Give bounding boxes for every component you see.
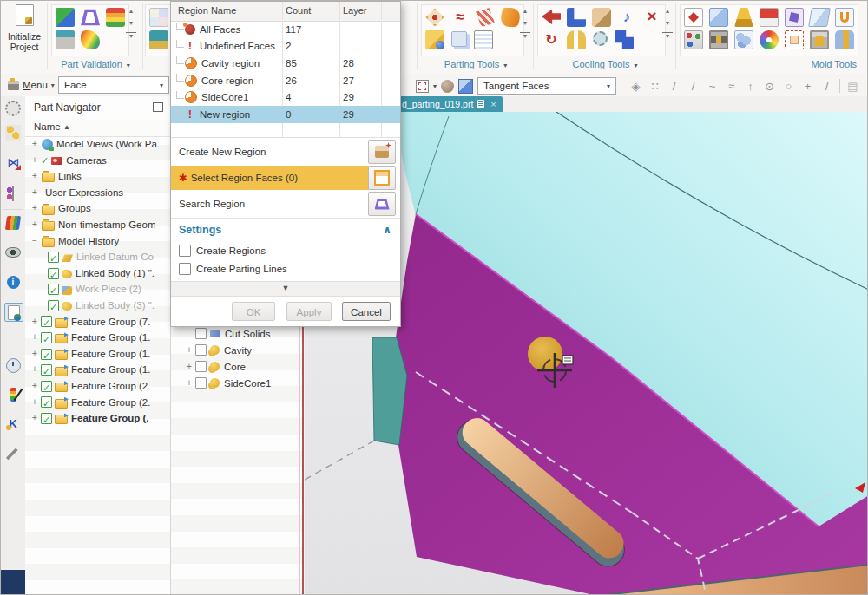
region-row[interactable]: Undefined Faces2 <box>171 38 400 56</box>
notes-doc-icon[interactable] <box>4 303 23 322</box>
checkbox-checked[interactable] <box>48 284 59 295</box>
touched-faces-icon[interactable] <box>56 8 75 27</box>
expand-icon[interactable]: + <box>30 217 39 233</box>
guide-curves-icon[interactable] <box>450 8 470 27</box>
gallery-scroll-buttons[interactable]: ▴▾▾ <box>520 8 530 40</box>
tree-item[interactable]: +Feature Group (1. <box>25 362 170 378</box>
face-rule-combo[interactable]: Tangent Faces ▾ <box>477 77 616 95</box>
snap-scatter-icon[interactable] <box>647 78 663 95</box>
frame-select-icon[interactable] <box>785 30 804 49</box>
ok-button[interactable]: OK <box>232 302 275 321</box>
rainbow-model-icon[interactable] <box>81 30 100 49</box>
part-file-tab[interactable]: d_parting_019.prt × <box>396 96 503 112</box>
checkbox-checked[interactable] <box>41 332 52 343</box>
snap-face-b-icon[interactable] <box>864 78 868 95</box>
checkbox-checked[interactable] <box>41 364 52 376</box>
snap-wave-icon[interactable] <box>723 78 740 95</box>
tree-item[interactable]: +User Expressions <box>25 185 170 201</box>
tree-item[interactable]: Work Piece (2) <box>25 281 170 298</box>
utility-tools-icon[interactable] <box>4 445 22 462</box>
name-column-header[interactable]: Name ▲ <box>25 119 170 137</box>
tree-item[interactable]: +Groups <box>25 200 170 217</box>
pattern-check-icon[interactable] <box>149 8 168 27</box>
expand-icon[interactable]: + <box>30 395 39 411</box>
undock-panel-icon[interactable] <box>153 102 163 112</box>
snap-point-on-curve-icon[interactable] <box>742 78 759 95</box>
snap-circle-point-icon[interactable] <box>780 78 797 95</box>
history-clock-icon[interactable] <box>4 356 22 374</box>
trim-box-icon[interactable] <box>684 8 703 27</box>
snap-slash-a-icon[interactable] <box>666 78 682 95</box>
region-row[interactable]: SideCore1429 <box>171 88 400 106</box>
expand-icon[interactable]: + <box>30 378 39 395</box>
settings-gear-icon[interactable] <box>4 100 22 117</box>
snap-face-a-icon[interactable] <box>845 78 861 95</box>
tree-item[interactable]: +Feature Group (7. <box>25 314 170 330</box>
tree-item[interactable]: +Feature Group (2. <box>25 395 170 411</box>
snap-plus-icon[interactable] <box>799 78 816 95</box>
create-regions-checkbox-row[interactable]: Create Regions <box>179 242 266 259</box>
cooling-circuit-icon[interactable] <box>542 30 561 49</box>
selection-scope-icon[interactable] <box>416 80 429 93</box>
color-stack-icon[interactable] <box>106 8 125 27</box>
gallery-scroll-buttons[interactable]: ▴▾▾ <box>662 8 673 40</box>
dialog-collapse-strip[interactable]: ▼ <box>171 281 400 297</box>
structure-linker-icon[interactable] <box>684 30 703 49</box>
assembly-tree-item[interactable]: +Core <box>171 358 302 375</box>
cooling-standard-icon[interactable] <box>567 8 586 27</box>
expand-icon[interactable]: + <box>185 362 194 371</box>
mold-base-icon[interactable] <box>709 30 728 49</box>
tree-item[interactable]: +✓Cameras <box>25 153 170 169</box>
group-label-part-validation[interactable]: Part Validation▾ <box>49 59 141 69</box>
checkbox-checked[interactable] <box>48 252 59 263</box>
tree-item[interactable]: Linked Datum Co <box>25 249 170 265</box>
menu-button[interactable]: Menu ▾ <box>4 76 58 94</box>
snap-star-icon[interactable] <box>628 78 644 95</box>
expand-icon[interactable]: + <box>30 168 39 185</box>
assembly-tree-item[interactable]: Cut Solids <box>171 325 302 342</box>
insert-block-icon[interactable] <box>709 8 728 27</box>
library-books-icon[interactable] <box>4 214 22 232</box>
checkbox-checked[interactable] <box>48 268 59 279</box>
create-parting-lines-checkbox-row[interactable]: Create Parting Lines <box>179 260 287 278</box>
channel-route-icon[interactable] <box>615 30 634 49</box>
visual-palette-icon[interactable] <box>4 386 22 403</box>
stamp-plate-icon[interactable] <box>785 8 804 27</box>
expand-icon[interactable]: + <box>30 410 39 427</box>
assembly-tree-item[interactable]: +SideCore1 <box>171 375 302 391</box>
checkbox-unchecked[interactable] <box>195 377 207 389</box>
baffle-icon[interactable] <box>567 30 586 49</box>
gallery-scroll-buttons[interactable]: ▴▾▾ <box>126 8 136 40</box>
checkbox-checked[interactable] <box>48 300 59 311</box>
checkbox-checked[interactable] <box>41 413 52 424</box>
valve-check-icon[interactable] <box>4 154 22 171</box>
checkbox-unchecked[interactable] <box>195 344 207 356</box>
region-row[interactable]: Core region2627 <box>171 72 400 89</box>
parting-navigator-icon[interactable] <box>474 30 493 49</box>
snap-slash-c-icon[interactable] <box>819 78 835 95</box>
expand-icon[interactable]: − <box>30 233 39 250</box>
cylinder-group-icon[interactable] <box>835 30 854 49</box>
color-palette-icon[interactable] <box>760 30 779 49</box>
cooling-fitting-icon[interactable] <box>592 8 611 27</box>
tree-item[interactable]: +Feature Group (2. <box>25 378 170 395</box>
wave-link-icon[interactable] <box>4 185 22 202</box>
close-tab-icon[interactable]: × <box>490 99 496 109</box>
display-eye-icon[interactable] <box>4 244 22 261</box>
solid-body-filter-icon[interactable] <box>458 79 473 94</box>
tree-item[interactable]: +Model Views (Work Pa. <box>25 136 170 153</box>
pipe-bend-icon[interactable] <box>617 8 636 27</box>
design-parting-face-icon[interactable] <box>425 8 444 27</box>
checkbox-checked[interactable] <box>41 316 52 327</box>
assembly-clamp-icon[interactable] <box>4 124 22 141</box>
cascade-icon[interactable] <box>835 8 854 27</box>
checkbox-unchecked[interactable] <box>195 328 207 339</box>
col-count[interactable]: Count <box>286 5 311 16</box>
swap-model-icon[interactable] <box>425 30 444 49</box>
search-region-button[interactable] <box>368 192 396 216</box>
checkbox-checked[interactable] <box>41 381 52 392</box>
region-row[interactable]: All Faces117 <box>171 21 400 38</box>
create-new-region-button[interactable] <box>368 140 396 164</box>
cooling-channel-icon[interactable] <box>542 8 561 27</box>
parting-check-icon[interactable] <box>81 8 100 27</box>
